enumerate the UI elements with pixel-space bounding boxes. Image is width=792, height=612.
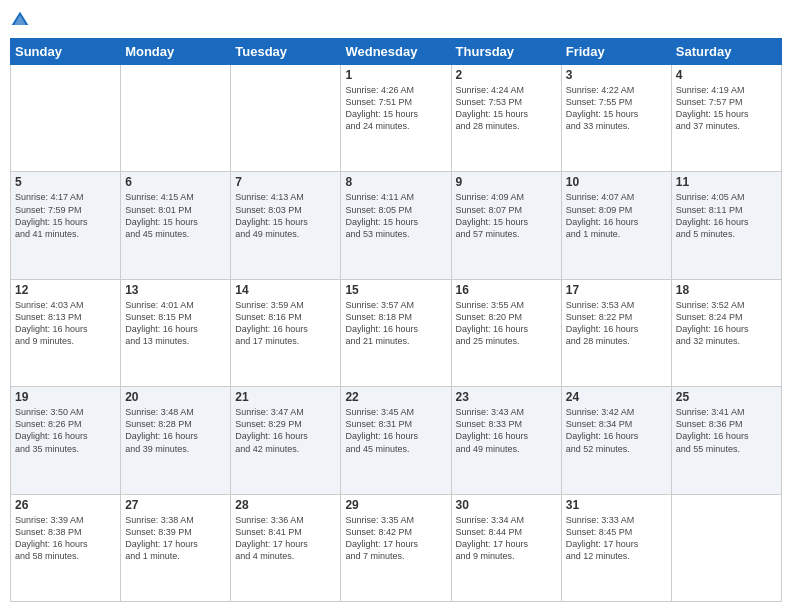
- calendar-cell: [121, 65, 231, 172]
- calendar-cell: 18Sunrise: 3:52 AM Sunset: 8:24 PM Dayli…: [671, 279, 781, 386]
- day-info: Sunrise: 3:39 AM Sunset: 8:38 PM Dayligh…: [15, 514, 116, 563]
- day-number: 22: [345, 390, 446, 404]
- day-number: 31: [566, 498, 667, 512]
- day-info: Sunrise: 4:05 AM Sunset: 8:11 PM Dayligh…: [676, 191, 777, 240]
- day-info: Sunrise: 3:52 AM Sunset: 8:24 PM Dayligh…: [676, 299, 777, 348]
- calendar-cell: 6Sunrise: 4:15 AM Sunset: 8:01 PM Daylig…: [121, 172, 231, 279]
- day-info: Sunrise: 4:11 AM Sunset: 8:05 PM Dayligh…: [345, 191, 446, 240]
- day-number: 4: [676, 68, 777, 82]
- day-number: 10: [566, 175, 667, 189]
- day-number: 15: [345, 283, 446, 297]
- day-info: Sunrise: 4:24 AM Sunset: 7:53 PM Dayligh…: [456, 84, 557, 133]
- day-info: Sunrise: 3:42 AM Sunset: 8:34 PM Dayligh…: [566, 406, 667, 455]
- calendar-cell: 19Sunrise: 3:50 AM Sunset: 8:26 PM Dayli…: [11, 387, 121, 494]
- calendar-header-row: SundayMondayTuesdayWednesdayThursdayFrid…: [11, 39, 782, 65]
- calendar-cell: 22Sunrise: 3:45 AM Sunset: 8:31 PM Dayli…: [341, 387, 451, 494]
- day-info: Sunrise: 3:53 AM Sunset: 8:22 PM Dayligh…: [566, 299, 667, 348]
- day-info: Sunrise: 3:38 AM Sunset: 8:39 PM Dayligh…: [125, 514, 226, 563]
- calendar-cell: 10Sunrise: 4:07 AM Sunset: 8:09 PM Dayli…: [561, 172, 671, 279]
- day-number: 29: [345, 498, 446, 512]
- day-number: 20: [125, 390, 226, 404]
- day-number: 30: [456, 498, 557, 512]
- day-info: Sunrise: 3:43 AM Sunset: 8:33 PM Dayligh…: [456, 406, 557, 455]
- day-info: Sunrise: 3:48 AM Sunset: 8:28 PM Dayligh…: [125, 406, 226, 455]
- day-number: 23: [456, 390, 557, 404]
- day-info: Sunrise: 4:15 AM Sunset: 8:01 PM Dayligh…: [125, 191, 226, 240]
- calendar-cell: [231, 65, 341, 172]
- calendar-week-row: 1Sunrise: 4:26 AM Sunset: 7:51 PM Daylig…: [11, 65, 782, 172]
- calendar-cell: 3Sunrise: 4:22 AM Sunset: 7:55 PM Daylig…: [561, 65, 671, 172]
- day-number: 13: [125, 283, 226, 297]
- day-number: 26: [15, 498, 116, 512]
- calendar-cell: 12Sunrise: 4:03 AM Sunset: 8:13 PM Dayli…: [11, 279, 121, 386]
- calendar-cell: 13Sunrise: 4:01 AM Sunset: 8:15 PM Dayli…: [121, 279, 231, 386]
- calendar-day-header: Friday: [561, 39, 671, 65]
- day-info: Sunrise: 3:41 AM Sunset: 8:36 PM Dayligh…: [676, 406, 777, 455]
- calendar-day-header: Sunday: [11, 39, 121, 65]
- calendar-cell: 15Sunrise: 3:57 AM Sunset: 8:18 PM Dayli…: [341, 279, 451, 386]
- logo: [10, 10, 34, 30]
- day-number: 8: [345, 175, 446, 189]
- calendar-week-row: 5Sunrise: 4:17 AM Sunset: 7:59 PM Daylig…: [11, 172, 782, 279]
- calendar-cell: 1Sunrise: 4:26 AM Sunset: 7:51 PM Daylig…: [341, 65, 451, 172]
- day-number: 16: [456, 283, 557, 297]
- calendar-cell: 31Sunrise: 3:33 AM Sunset: 8:45 PM Dayli…: [561, 494, 671, 601]
- day-info: Sunrise: 3:55 AM Sunset: 8:20 PM Dayligh…: [456, 299, 557, 348]
- day-number: 21: [235, 390, 336, 404]
- calendar-cell: 28Sunrise: 3:36 AM Sunset: 8:41 PM Dayli…: [231, 494, 341, 601]
- day-info: Sunrise: 3:50 AM Sunset: 8:26 PM Dayligh…: [15, 406, 116, 455]
- calendar-cell: 11Sunrise: 4:05 AM Sunset: 8:11 PM Dayli…: [671, 172, 781, 279]
- day-info: Sunrise: 4:01 AM Sunset: 8:15 PM Dayligh…: [125, 299, 226, 348]
- day-info: Sunrise: 4:03 AM Sunset: 8:13 PM Dayligh…: [15, 299, 116, 348]
- calendar-week-row: 26Sunrise: 3:39 AM Sunset: 8:38 PM Dayli…: [11, 494, 782, 601]
- day-number: 11: [676, 175, 777, 189]
- page: SundayMondayTuesdayWednesdayThursdayFrid…: [0, 0, 792, 612]
- day-number: 28: [235, 498, 336, 512]
- day-info: Sunrise: 3:33 AM Sunset: 8:45 PM Dayligh…: [566, 514, 667, 563]
- calendar-cell: 14Sunrise: 3:59 AM Sunset: 8:16 PM Dayli…: [231, 279, 341, 386]
- day-number: 24: [566, 390, 667, 404]
- calendar-cell: 25Sunrise: 3:41 AM Sunset: 8:36 PM Dayli…: [671, 387, 781, 494]
- calendar-day-header: Thursday: [451, 39, 561, 65]
- day-info: Sunrise: 4:07 AM Sunset: 8:09 PM Dayligh…: [566, 191, 667, 240]
- day-number: 25: [676, 390, 777, 404]
- day-info: Sunrise: 3:36 AM Sunset: 8:41 PM Dayligh…: [235, 514, 336, 563]
- day-number: 19: [15, 390, 116, 404]
- calendar-cell: 5Sunrise: 4:17 AM Sunset: 7:59 PM Daylig…: [11, 172, 121, 279]
- calendar-cell: 21Sunrise: 3:47 AM Sunset: 8:29 PM Dayli…: [231, 387, 341, 494]
- calendar-table: SundayMondayTuesdayWednesdayThursdayFrid…: [10, 38, 782, 602]
- day-info: Sunrise: 4:19 AM Sunset: 7:57 PM Dayligh…: [676, 84, 777, 133]
- day-info: Sunrise: 4:22 AM Sunset: 7:55 PM Dayligh…: [566, 84, 667, 133]
- day-number: 14: [235, 283, 336, 297]
- day-number: 27: [125, 498, 226, 512]
- day-number: 6: [125, 175, 226, 189]
- calendar-cell: 9Sunrise: 4:09 AM Sunset: 8:07 PM Daylig…: [451, 172, 561, 279]
- calendar-cell: 23Sunrise: 3:43 AM Sunset: 8:33 PM Dayli…: [451, 387, 561, 494]
- day-number: 2: [456, 68, 557, 82]
- day-number: 5: [15, 175, 116, 189]
- day-info: Sunrise: 3:45 AM Sunset: 8:31 PM Dayligh…: [345, 406, 446, 455]
- day-number: 3: [566, 68, 667, 82]
- calendar-cell: 8Sunrise: 4:11 AM Sunset: 8:05 PM Daylig…: [341, 172, 451, 279]
- day-number: 12: [15, 283, 116, 297]
- day-info: Sunrise: 3:35 AM Sunset: 8:42 PM Dayligh…: [345, 514, 446, 563]
- calendar-cell: 29Sunrise: 3:35 AM Sunset: 8:42 PM Dayli…: [341, 494, 451, 601]
- day-info: Sunrise: 3:59 AM Sunset: 8:16 PM Dayligh…: [235, 299, 336, 348]
- day-info: Sunrise: 3:47 AM Sunset: 8:29 PM Dayligh…: [235, 406, 336, 455]
- header: [10, 10, 782, 30]
- calendar-cell: 7Sunrise: 4:13 AM Sunset: 8:03 PM Daylig…: [231, 172, 341, 279]
- day-info: Sunrise: 4:09 AM Sunset: 8:07 PM Dayligh…: [456, 191, 557, 240]
- calendar-cell: 4Sunrise: 4:19 AM Sunset: 7:57 PM Daylig…: [671, 65, 781, 172]
- calendar-cell: 20Sunrise: 3:48 AM Sunset: 8:28 PM Dayli…: [121, 387, 231, 494]
- calendar-cell: [11, 65, 121, 172]
- calendar-cell: 2Sunrise: 4:24 AM Sunset: 7:53 PM Daylig…: [451, 65, 561, 172]
- calendar-cell: 16Sunrise: 3:55 AM Sunset: 8:20 PM Dayli…: [451, 279, 561, 386]
- calendar-day-header: Wednesday: [341, 39, 451, 65]
- day-number: 18: [676, 283, 777, 297]
- calendar-day-header: Tuesday: [231, 39, 341, 65]
- calendar-cell: 26Sunrise: 3:39 AM Sunset: 8:38 PM Dayli…: [11, 494, 121, 601]
- day-info: Sunrise: 4:13 AM Sunset: 8:03 PM Dayligh…: [235, 191, 336, 240]
- calendar-cell: 27Sunrise: 3:38 AM Sunset: 8:39 PM Dayli…: [121, 494, 231, 601]
- day-number: 7: [235, 175, 336, 189]
- day-info: Sunrise: 3:34 AM Sunset: 8:44 PM Dayligh…: [456, 514, 557, 563]
